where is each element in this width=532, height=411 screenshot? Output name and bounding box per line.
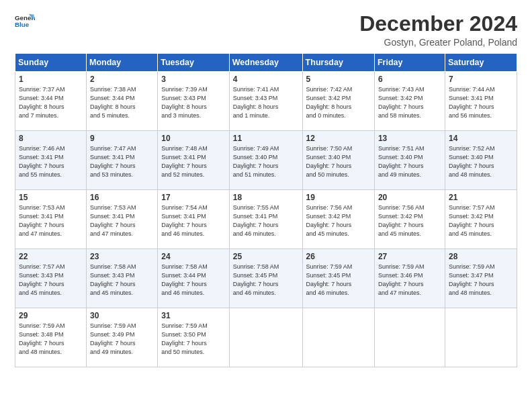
day-info: Sunrise: 7:53 AM Sunset: 3:41 PM Dayligh… — [90, 203, 154, 238]
day-header-saturday: Saturday — [445, 54, 517, 72]
day-info: Sunrise: 7:46 AM Sunset: 3:41 PM Dayligh… — [19, 144, 83, 179]
day-info: Sunrise: 7:43 AM Sunset: 3:42 PM Dayligh… — [378, 85, 442, 120]
day-number: 14 — [449, 134, 514, 143]
calendar-cell: 5Sunrise: 7:42 AM Sunset: 3:42 PM Daylig… — [302, 72, 374, 131]
day-number: 1 — [19, 75, 83, 84]
day-info: Sunrise: 7:38 AM Sunset: 3:44 PM Dayligh… — [90, 85, 154, 120]
day-info: Sunrise: 7:59 AM Sunset: 3:48 PM Dayligh… — [19, 322, 83, 357]
day-info: Sunrise: 7:49 AM Sunset: 3:40 PM Dayligh… — [233, 144, 300, 179]
day-info: Sunrise: 7:55 AM Sunset: 3:41 PM Dayligh… — [233, 203, 300, 238]
day-number: 13 — [378, 134, 442, 143]
day-info: Sunrise: 7:53 AM Sunset: 3:41 PM Dayligh… — [19, 203, 83, 238]
day-number: 2 — [90, 75, 154, 84]
day-number: 23 — [90, 252, 154, 261]
calendar-cell: 14Sunrise: 7:52 AM Sunset: 3:40 PM Dayli… — [445, 131, 517, 190]
logo: General Blue — [15, 12, 35, 31]
day-number: 7 — [449, 75, 514, 84]
calendar-cell: 19Sunrise: 7:56 AM Sunset: 3:42 PM Dayli… — [302, 190, 374, 249]
day-number: 17 — [161, 193, 226, 202]
day-number: 15 — [19, 193, 83, 202]
day-header-friday: Friday — [374, 54, 445, 72]
day-number: 24 — [161, 252, 226, 261]
calendar-cell: 30Sunrise: 7:59 AM Sunset: 3:49 PM Dayli… — [86, 308, 157, 367]
day-number: 16 — [90, 193, 154, 202]
day-number: 21 — [449, 193, 514, 202]
calendar-table: SundayMondayTuesdayWednesdayThursdayFrid… — [15, 53, 517, 367]
location-subtitle: Gostyn, Greater Poland, Poland — [359, 37, 517, 48]
day-number: 18 — [233, 193, 300, 202]
day-info: Sunrise: 7:59 AM Sunset: 3:45 PM Dayligh… — [306, 263, 371, 298]
svg-text:Blue: Blue — [15, 21, 30, 28]
day-info: Sunrise: 7:52 AM Sunset: 3:40 PM Dayligh… — [449, 144, 514, 179]
day-header-wednesday: Wednesday — [229, 54, 302, 72]
day-info: Sunrise: 7:56 AM Sunset: 3:42 PM Dayligh… — [378, 203, 442, 238]
week-row-2: 8Sunrise: 7:46 AM Sunset: 3:41 PM Daylig… — [15, 131, 517, 190]
day-info: Sunrise: 7:51 AM Sunset: 3:40 PM Dayligh… — [378, 144, 442, 179]
calendar-cell — [374, 308, 445, 367]
day-info: Sunrise: 7:56 AM Sunset: 3:42 PM Dayligh… — [306, 203, 371, 238]
calendar-cell: 22Sunrise: 7:57 AM Sunset: 3:43 PM Dayli… — [15, 249, 87, 308]
calendar-cell: 29Sunrise: 7:59 AM Sunset: 3:48 PM Dayli… — [15, 308, 87, 367]
day-number: 3 — [161, 75, 226, 84]
day-header-tuesday: Tuesday — [158, 54, 230, 72]
day-header-monday: Monday — [86, 54, 157, 72]
day-info: Sunrise: 7:54 AM Sunset: 3:41 PM Dayligh… — [161, 203, 226, 238]
day-info: Sunrise: 7:41 AM Sunset: 3:43 PM Dayligh… — [233, 85, 300, 120]
day-info: Sunrise: 7:42 AM Sunset: 3:42 PM Dayligh… — [306, 85, 371, 120]
calendar-cell: 17Sunrise: 7:54 AM Sunset: 3:41 PM Dayli… — [158, 190, 230, 249]
day-info: Sunrise: 7:50 AM Sunset: 3:40 PM Dayligh… — [306, 144, 371, 179]
calendar-cell: 8Sunrise: 7:46 AM Sunset: 3:41 PM Daylig… — [15, 131, 87, 190]
day-number: 28 — [449, 252, 514, 261]
calendar-cell: 3Sunrise: 7:39 AM Sunset: 3:43 PM Daylig… — [158, 72, 230, 131]
day-number: 6 — [378, 75, 442, 84]
calendar-cell: 12Sunrise: 7:50 AM Sunset: 3:40 PM Dayli… — [302, 131, 374, 190]
day-number: 30 — [90, 311, 154, 320]
day-number: 11 — [233, 134, 300, 143]
calendar-cell: 18Sunrise: 7:55 AM Sunset: 3:41 PM Dayli… — [229, 190, 302, 249]
day-info: Sunrise: 7:39 AM Sunset: 3:43 PM Dayligh… — [161, 85, 226, 120]
calendar-cell: 21Sunrise: 7:57 AM Sunset: 3:42 PM Dayli… — [445, 190, 517, 249]
day-header-sunday: Sunday — [15, 54, 87, 72]
day-info: Sunrise: 7:58 AM Sunset: 3:44 PM Dayligh… — [161, 263, 226, 298]
week-row-1: 1Sunrise: 7:37 AM Sunset: 3:44 PM Daylig… — [15, 72, 517, 131]
calendar-cell: 7Sunrise: 7:44 AM Sunset: 3:41 PM Daylig… — [445, 72, 517, 131]
day-info: Sunrise: 7:48 AM Sunset: 3:41 PM Dayligh… — [161, 144, 226, 179]
day-info: Sunrise: 7:59 AM Sunset: 3:47 PM Dayligh… — [449, 263, 514, 298]
day-number: 20 — [378, 193, 442, 202]
day-number: 12 — [306, 134, 371, 143]
logo-icon: General Blue — [15, 12, 35, 31]
day-number: 27 — [378, 252, 442, 261]
week-row-4: 22Sunrise: 7:57 AM Sunset: 3:43 PM Dayli… — [15, 249, 517, 308]
calendar-cell: 11Sunrise: 7:49 AM Sunset: 3:40 PM Dayli… — [229, 131, 302, 190]
calendar-cell: 25Sunrise: 7:58 AM Sunset: 3:45 PM Dayli… — [229, 249, 302, 308]
day-info: Sunrise: 7:58 AM Sunset: 3:43 PM Dayligh… — [90, 263, 154, 298]
day-number: 4 — [233, 75, 300, 84]
day-number: 31 — [161, 311, 226, 320]
day-number: 26 — [306, 252, 371, 261]
day-number: 5 — [306, 75, 371, 84]
title-block: December 2024 Gostyn, Greater Poland, Po… — [359, 12, 517, 48]
calendar-cell: 10Sunrise: 7:48 AM Sunset: 3:41 PM Dayli… — [158, 131, 230, 190]
calendar-cell: 2Sunrise: 7:38 AM Sunset: 3:44 PM Daylig… — [86, 72, 157, 131]
calendar-cell: 6Sunrise: 7:43 AM Sunset: 3:42 PM Daylig… — [374, 72, 445, 131]
day-info: Sunrise: 7:57 AM Sunset: 3:42 PM Dayligh… — [449, 203, 514, 238]
calendar-cell: 20Sunrise: 7:56 AM Sunset: 3:42 PM Dayli… — [374, 190, 445, 249]
week-row-5: 29Sunrise: 7:59 AM Sunset: 3:48 PM Dayli… — [15, 308, 517, 367]
day-number: 10 — [161, 134, 226, 143]
calendar-cell: 28Sunrise: 7:59 AM Sunset: 3:47 PM Dayli… — [445, 249, 517, 308]
day-number: 22 — [19, 252, 83, 261]
day-info: Sunrise: 7:37 AM Sunset: 3:44 PM Dayligh… — [19, 85, 83, 120]
calendar-cell — [302, 308, 374, 367]
calendar-cell: 1Sunrise: 7:37 AM Sunset: 3:44 PM Daylig… — [15, 72, 87, 131]
calendar-cell: 31Sunrise: 7:59 AM Sunset: 3:50 PM Dayli… — [158, 308, 230, 367]
day-number: 8 — [19, 134, 83, 143]
calendar-cell: 23Sunrise: 7:58 AM Sunset: 3:43 PM Dayli… — [86, 249, 157, 308]
day-number: 19 — [306, 193, 371, 202]
calendar-cell: 24Sunrise: 7:58 AM Sunset: 3:44 PM Dayli… — [158, 249, 230, 308]
day-number: 9 — [90, 134, 154, 143]
day-header-thursday: Thursday — [302, 54, 374, 72]
calendar-cell — [229, 308, 302, 367]
calendar-cell: 4Sunrise: 7:41 AM Sunset: 3:43 PM Daylig… — [229, 72, 302, 131]
day-info: Sunrise: 7:44 AM Sunset: 3:41 PM Dayligh… — [449, 85, 514, 120]
day-info: Sunrise: 7:59 AM Sunset: 3:50 PM Dayligh… — [161, 322, 226, 357]
